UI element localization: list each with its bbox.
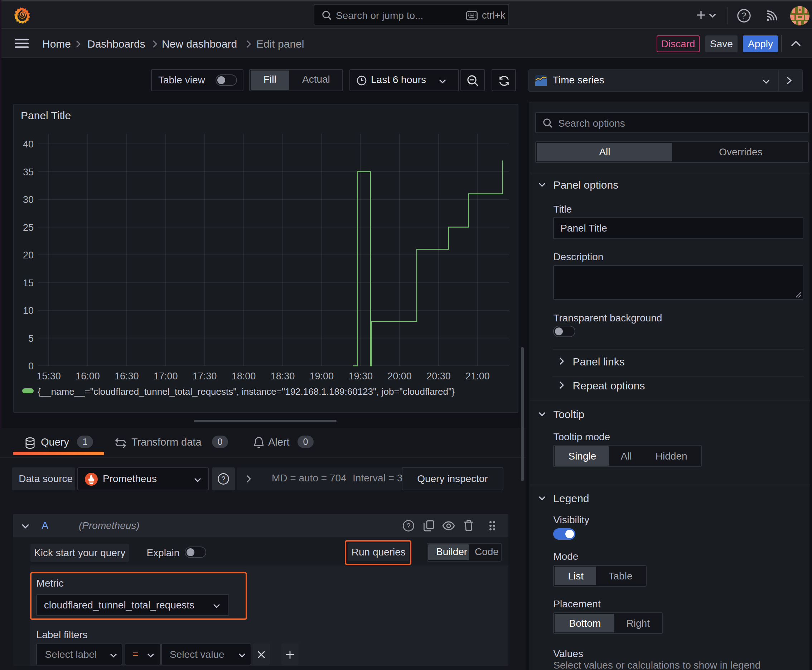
svg-text:16:30: 16:30 xyxy=(115,371,139,382)
svg-text:20: 20 xyxy=(23,250,34,261)
svg-text:16:00: 16:00 xyxy=(76,371,100,382)
svg-text:17:30: 17:30 xyxy=(193,371,217,382)
svg-text:{__name__="cloudflared_tunnel_: {__name__="cloudflared_tunnel_total_requ… xyxy=(37,386,455,397)
svg-text:5: 5 xyxy=(28,333,34,344)
svg-text:20:30: 20:30 xyxy=(426,371,451,382)
svg-text:25: 25 xyxy=(23,222,34,233)
svg-text:?: ? xyxy=(222,475,225,483)
svg-text:19:00: 19:00 xyxy=(310,371,334,382)
svg-text:18:00: 18:00 xyxy=(232,371,256,382)
svg-text:18:30: 18:30 xyxy=(271,371,295,382)
svg-text:?: ? xyxy=(742,11,746,20)
svg-text:30: 30 xyxy=(23,195,34,205)
svg-text:21:00: 21:00 xyxy=(465,371,490,382)
svg-text:19:30: 19:30 xyxy=(348,371,373,382)
svg-text:15: 15 xyxy=(23,278,34,288)
svg-text:15:30: 15:30 xyxy=(37,371,61,382)
svg-text:0: 0 xyxy=(28,361,34,372)
svg-text:20:00: 20:00 xyxy=(387,371,412,382)
svg-text:?: ? xyxy=(407,522,411,530)
svg-text:17:00: 17:00 xyxy=(154,371,178,382)
svg-text:40: 40 xyxy=(23,139,34,150)
svg-text:35: 35 xyxy=(23,167,34,178)
svg-text:10: 10 xyxy=(23,305,34,316)
